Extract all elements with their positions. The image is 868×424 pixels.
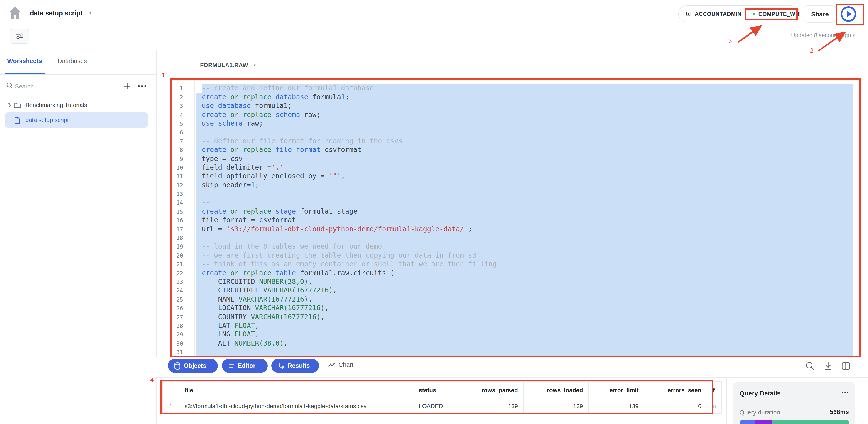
code-line[interactable]: 18 [170,233,860,242]
run-button[interactable] [839,5,857,23]
selection-highlight [196,322,852,330]
column-header-error_limit[interactable]: error_limit [589,382,644,399]
add-worksheet-icon[interactable] [123,83,131,90]
database-schema-selector[interactable]: FORMULA1.RAW [200,62,248,68]
code-line[interactable]: 17url = 's3://formula1-dbt-cloud-python-… [170,225,860,233]
code-line[interactable]: 7-- define our file format for reading i… [170,137,860,145]
code-line[interactable]: 31 [170,348,860,357]
code-line[interactable]: 30 ALT NUMBER(38,0), [170,339,860,348]
cell-first_error[interactable]: n [707,399,722,413]
selection-highlight [196,163,852,172]
cell-rows_loaded[interactable]: 139 [524,399,589,413]
column-header-status[interactable]: status [413,382,457,399]
sql-editor[interactable]: 1-- create and define our formula1 datab… [170,80,860,357]
code-line[interactable]: 14-- [170,198,860,207]
line-number: 24 [170,286,183,295]
sidebar-item-selected[interactable]: data setup script [5,112,148,128]
line-number: 31 [170,348,183,357]
line-number: 7 [170,137,183,145]
code-text: create or replace file format csvformat [202,145,362,154]
code-line[interactable]: 10field_delimiter =',' [170,163,860,172]
code-line[interactable]: 12skip_header=1; [170,181,860,190]
line-number: 30 [170,339,183,348]
code-line[interactable]: 1-- create and define our formula1 datab… [170,84,860,93]
app-root: data setup script ▾ ACCOUNTADMIN COMPUTE… [0,0,868,424]
code-line[interactable]: 22create or replace table formula1.raw.c… [170,269,860,278]
cell-rownum[interactable]: 1 [163,399,179,413]
chevron-down-icon[interactable]: ▾ [89,11,91,15]
code-line[interactable]: 27 COUNTRY VARCHAR(16777216), [170,313,860,322]
warehouse-label[interactable]: COMPUTE_WH [758,11,800,17]
more-options-icon[interactable] [137,85,147,88]
results-toolbar: Objects Editor Results Chart [156,357,868,378]
search-icon [6,82,13,89]
more-options-icon[interactable]: ••• [842,390,849,395]
code-line[interactable]: 2create or replace database formula1; [170,93,860,102]
code-line[interactable]: 26 LOCATION VARCHAR(16777216), [170,304,860,313]
line-number: 21 [170,260,183,269]
cell-error_limit[interactable]: 139 [589,399,644,413]
code-line[interactable]: 9type = csv [170,154,860,163]
home-button[interactable] [8,6,22,19]
chart-button[interactable]: Chart [328,361,353,368]
tab-worksheets[interactable]: Worksheets [7,58,42,64]
code-line[interactable]: 8create or replace file format csvformat [170,145,860,154]
query-duration-bar [740,420,849,424]
code-line[interactable]: 29 LNG FLOAT, [170,330,860,339]
column-header-errors_seen[interactable]: errors_seen [644,382,707,399]
results-table[interactable]: filestatusrows_parsedrows_loadederror_li… [162,381,722,414]
share-label: Share [811,10,829,18]
search-results-icon[interactable] [805,361,814,370]
code-line[interactable]: 13 [170,190,860,198]
download-icon[interactable] [824,361,833,370]
role-label[interactable]: ACCOUNTADMIN [695,11,741,17]
code-text: NAME VARCHAR(16777216), [202,295,312,304]
code-line[interactable]: 6 [170,128,860,137]
code-text: -- define our file format for reading in… [202,137,402,145]
code-line[interactable]: 25 NAME VARCHAR(16777216), [170,295,860,304]
code-line[interactable]: 28 LAT FLOAT, [170,322,860,330]
split-pane-icon[interactable] [841,361,850,370]
code-text: COUNTRY VARCHAR(16777216), [202,313,324,322]
column-header-rows_loaded[interactable]: rows_loaded [524,382,589,399]
column-header-rows_parsed[interactable]: rows_parsed [457,382,524,399]
sidebar-item-folder[interactable]: Benchmarking Tutorials [0,99,156,112]
code-line[interactable]: 20-- we are first creating the table the… [170,251,860,260]
worksheet-title[interactable]: data setup script [30,9,83,17]
column-header-file[interactable]: file [179,382,413,399]
column-header-first_error[interactable]: f [707,382,722,399]
code-text: url = 's3://formula1-dbt-cloud-python-de… [202,225,472,233]
code-line[interactable]: 21-- think of this as an empty container… [170,260,860,269]
code-line[interactable]: 15create or replace stage formula1_stage [170,207,860,216]
duration-bar-segment [740,420,755,424]
selection-highlight [196,330,852,339]
code-line[interactable]: 5use schema raw; [170,119,860,128]
editor-button[interactable]: Editor [222,359,268,373]
code-line[interactable]: 16file_format = csvformat [170,216,860,225]
tab-databases[interactable]: Databases [58,58,87,64]
sidebar-search[interactable]: Search [0,78,156,95]
code-text: type = csv [202,154,243,163]
code-line[interactable]: 19-- load in the 8 tables we need for ou… [170,242,860,251]
cell-status[interactable]: LOADED [413,399,457,413]
table-row[interactable]: 1s3://formula1-dbt-cloud-python-demo/for… [163,399,722,413]
cell-rows_parsed[interactable]: 139 [457,399,524,413]
chevron-right-icon[interactable] [8,102,11,108]
last-updated[interactable]: Updated 8 seconds ago ▾ [791,32,855,38]
results-button[interactable]: Results [271,359,319,373]
column-header-rownum[interactable] [163,382,179,399]
context-pill[interactable]: ACCOUNTADMIN COMPUTE_WH [678,5,800,22]
cell-file[interactable]: s3://formula1-dbt-cloud-python-demo/form… [179,399,413,413]
code-line[interactable]: 4create or replace schema raw; [170,110,860,119]
objects-button[interactable]: Objects [168,359,218,373]
cell-errors_seen[interactable]: 0 [644,399,707,413]
folder-label: Benchmarking Tutorials [25,102,87,108]
chart-label: Chart [339,361,353,368]
code-line[interactable]: 24 CIRCUITREF VARCHAR(16777216), [170,286,860,295]
share-button[interactable]: Share [804,5,836,23]
code-line[interactable]: 11field_optionally_enclosed_by = '"', [170,172,860,181]
chevron-down-icon[interactable]: ▾ [254,63,256,68]
filters-button[interactable] [9,29,30,43]
code-line[interactable]: 23 CIRCUITID NUMBER(38,0), [170,278,860,286]
code-line[interactable]: 3use database formula1; [170,102,860,110]
